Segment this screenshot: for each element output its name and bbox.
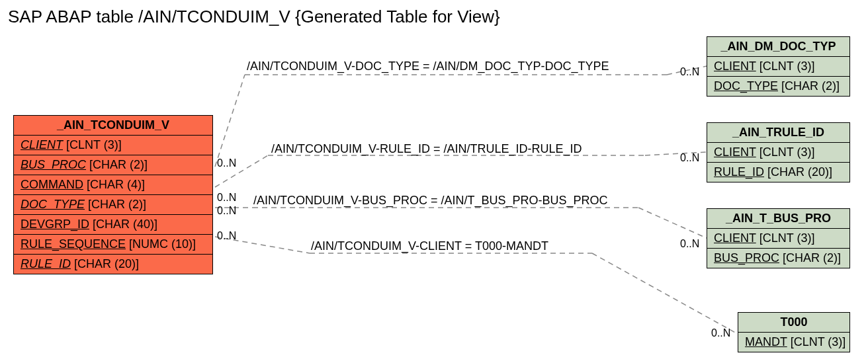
cardinality-left: 0..N	[217, 205, 236, 217]
field-row: RULE_ID [CHAR (20)]	[707, 163, 849, 182]
entity-title: _AIN_TRULE_ID	[707, 123, 849, 143]
entity-t-bus-pro: _AIN_T_BUS_PRO CLIENT [CLNT (3)] BUS_PRO…	[707, 208, 850, 268]
cardinality-left: 0..N	[217, 157, 236, 169]
field-row: CLIENT [CLNT (3)]	[14, 136, 212, 155]
cardinality-right: 0..N	[711, 327, 730, 339]
field-row: CLIENT [CLNT (3)]	[707, 57, 849, 77]
entity-main: _AIN_TCONDUIM_V CLIENT [CLNT (3)] BUS_PR…	[13, 115, 213, 274]
entity-title: _AIN_DM_DOC_TYP	[707, 37, 849, 57]
svg-line-0	[215, 75, 245, 167]
field-row: MANDT [CLNT (3)]	[738, 333, 849, 352]
field-row: RULE_ID [CHAR (20)]	[14, 255, 212, 274]
cardinality-left: 0..N	[217, 230, 236, 242]
entity-dm-doc-typ: _AIN_DM_DOC_TYP CLIENT [CLNT (3)] DOC_TY…	[707, 36, 850, 97]
cardinality-right: 0..N	[680, 66, 699, 78]
relation-label-bus-proc: /AIN/TCONDUIM_V-BUS_PROC = /AIN/T_BUS_PR…	[253, 194, 608, 208]
entity-trule-id: _AIN_TRULE_ID CLIENT [CLNT (3)] RULE_ID …	[707, 122, 850, 182]
entity-title: T000	[738, 313, 849, 333]
field-row: DOC_TYPE [CHAR (2)]	[14, 195, 212, 215]
page-title: SAP ABAP table /AIN/TCONDUIM_V {Generate…	[8, 7, 500, 27]
field-row: BUS_PROC [CHAR (2)]	[14, 155, 212, 175]
cardinality-left: 0..N	[217, 192, 236, 204]
entity-t000: T000 MANDT [CLNT (3)]	[738, 312, 850, 352]
field-row: DEVGRP_ID [CHAR (40)]	[14, 215, 212, 235]
field-row: COMMAND [CHAR (4)]	[14, 175, 212, 195]
entity-title: _AIN_T_BUS_PRO	[707, 209, 849, 229]
relation-label-client: /AIN/TCONDUIM_V-CLIENT = T000-MANDT	[311, 239, 548, 253]
cardinality-right: 0..N	[680, 152, 699, 164]
entity-main-title: _AIN_TCONDUIM_V	[14, 116, 212, 136]
field-row: RULE_SEQUENCE [NUMC (10)]	[14, 235, 212, 255]
field-row: CLIENT [CLNT (3)]	[707, 143, 849, 163]
svg-line-8	[638, 208, 707, 238]
relation-label-rule-id: /AIN/TCONDUIM_V-RULE_ID = /AIN/TRULE_ID-…	[271, 142, 582, 156]
field-row: DOC_TYPE [CHAR (2)]	[707, 77, 849, 96]
relation-label-doc-type: /AIN/TCONDUIM_V-DOC_TYPE = /AIN/DM_DOC_T…	[247, 60, 609, 73]
field-row: BUS_PROC [CHAR (2)]	[707, 249, 849, 268]
field-row: CLIENT [CLNT (3)]	[707, 229, 849, 249]
cardinality-right: 0..N	[680, 238, 699, 250]
